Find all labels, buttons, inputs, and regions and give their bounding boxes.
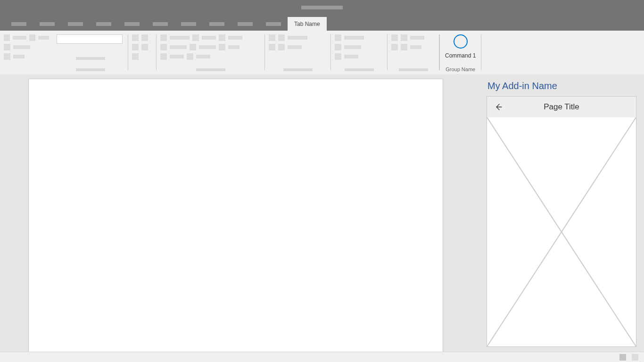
ribbon-tab-placeholder[interactable] bbox=[146, 17, 174, 31]
ribbon-group-placeholder bbox=[0, 31, 53, 74]
document-area[interactable] bbox=[0, 74, 479, 352]
ribbon-tab-strip: Tab Name bbox=[0, 15, 644, 31]
placeholder-x-icon bbox=[487, 117, 636, 346]
back-button[interactable] bbox=[494, 102, 503, 112]
task-pane-title: My Add-in Name bbox=[487, 81, 636, 91]
ribbon-group-placeholder bbox=[128, 31, 157, 74]
task-pane: My Add-in Name Page Title bbox=[479, 74, 644, 352]
ribbon-tab-placeholder[interactable] bbox=[5, 17, 33, 31]
title-bar bbox=[0, 0, 644, 15]
circle-icon bbox=[454, 34, 468, 49]
ribbon-tab-placeholder[interactable] bbox=[203, 17, 231, 31]
ribbon: Command 1 Group Name bbox=[0, 31, 644, 74]
ribbon-group-placeholder bbox=[388, 31, 439, 74]
workspace: My Add-in Name Page Title bbox=[0, 74, 644, 352]
ribbon-tab-active[interactable]: Tab Name bbox=[288, 17, 327, 31]
status-bar bbox=[0, 352, 644, 362]
ribbon-tab-placeholder[interactable] bbox=[61, 17, 90, 31]
ribbon-tab-placeholder[interactable] bbox=[90, 17, 118, 31]
ribbon-group-placeholder bbox=[265, 31, 331, 74]
command-1-button[interactable]: Command 1 bbox=[445, 33, 476, 66]
command-1-label: Command 1 bbox=[445, 52, 476, 59]
ribbon-group-placeholder bbox=[157, 31, 265, 74]
document-title-placeholder bbox=[301, 6, 343, 9]
task-pane-body bbox=[487, 117, 636, 346]
ribbon-tab-placeholder[interactable] bbox=[33, 17, 61, 31]
ribbon-tab-placeholder[interactable] bbox=[259, 17, 288, 31]
ribbon-tab-placeholder[interactable] bbox=[174, 17, 203, 31]
task-pane-header: Page Title bbox=[487, 97, 636, 117]
view-button-placeholder[interactable] bbox=[632, 354, 638, 361]
ribbon-group-addin: Command 1 Group Name bbox=[439, 31, 481, 74]
ribbon-tab-label: Tab Name bbox=[294, 21, 320, 27]
ribbon-tab-placeholder[interactable] bbox=[231, 17, 259, 31]
view-button-placeholder[interactable] bbox=[619, 354, 626, 361]
ribbon-group-name: Group Name bbox=[446, 66, 475, 73]
task-pane-frame: Page Title bbox=[487, 96, 636, 347]
ribbon-tab-placeholder[interactable] bbox=[118, 17, 146, 31]
ribbon-group-placeholder bbox=[331, 31, 388, 74]
ribbon-group-placeholder bbox=[53, 31, 128, 74]
task-pane-page-title: Page Title bbox=[487, 102, 636, 112]
document-page[interactable] bbox=[28, 79, 443, 352]
arrow-left-icon bbox=[495, 103, 502, 111]
